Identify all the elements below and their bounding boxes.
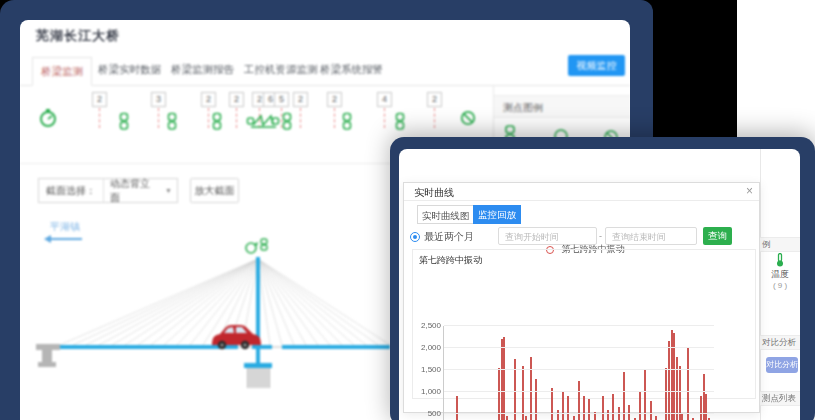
temperature-legend[interactable]: 温度 ( 9 ) xyxy=(761,253,799,290)
disabled-sensor-icon[interactable] xyxy=(460,110,476,130)
temperature-label: 温度 xyxy=(761,269,799,281)
chevron-down-icon: ▼ xyxy=(165,187,177,194)
sensor-count-badge: 5 xyxy=(274,92,289,107)
chain-sensor-icon[interactable] xyxy=(342,112,352,135)
tab-bridge-monitor[interactable]: 桥梁监测 xyxy=(32,57,92,86)
legend-panel-header: 测点图例 xyxy=(494,95,630,118)
dialog-title: 实时曲线 xyxy=(414,186,454,200)
sensor-dash-line xyxy=(300,108,301,128)
chain-sensor-icon[interactable] xyxy=(212,112,222,135)
gridline xyxy=(444,391,714,392)
y-tick-label: 1,500 xyxy=(415,365,441,375)
last-two-months-label: 最近两个月 xyxy=(424,230,474,244)
section-select-value: 动态背立面 xyxy=(104,177,165,205)
compare-analysis-button[interactable]: 对比分析 xyxy=(766,357,798,373)
tower-pier-cap xyxy=(244,363,272,368)
y-tick-label: 2,000 xyxy=(415,343,441,353)
tab-monitor-playback[interactable]: 监控回放 xyxy=(473,205,521,224)
y-tick-label: 500 xyxy=(415,409,441,419)
side-strip-pointlist: 测点列表 xyxy=(760,391,800,406)
page-title: 芜湖长江大桥 xyxy=(36,27,120,45)
side-strip-compare: 对比分析 xyxy=(760,335,800,350)
pile-group xyxy=(248,368,269,388)
sensor-count-badge: 4 xyxy=(377,92,392,107)
sensor-count-badge: 2 xyxy=(293,92,308,107)
sensor-count-badge: 2 xyxy=(427,92,442,107)
last-two-months-radio[interactable] xyxy=(410,232,420,242)
sensor-dash-line xyxy=(158,108,159,128)
chain-sensor-icon[interactable] xyxy=(119,112,129,135)
chart-axis-title: 第七跨跨中振动 xyxy=(419,254,482,267)
gridline xyxy=(444,325,714,326)
chart-bars xyxy=(445,326,713,420)
gridline xyxy=(444,369,714,370)
sensor-dash-line xyxy=(334,108,335,128)
section-select-label: 截面选择： xyxy=(39,179,104,202)
sensor-count-badge: 2 xyxy=(201,92,216,107)
vibration-chart: 第七跨跨中振动 2,5002,0001,5001,0005000 2018-09… xyxy=(412,249,756,399)
date-range-separator: - xyxy=(599,231,602,241)
chain-sensor-icon[interactable] xyxy=(282,112,292,135)
tab-realtime-curve[interactable]: 实时曲线图 xyxy=(417,205,474,224)
tab-system-alarm[interactable]: 桥梁系统报警 xyxy=(320,63,383,77)
bridge-diagram xyxy=(30,235,390,405)
side-strip-legend: 例 xyxy=(760,237,800,252)
dialog-window-frame: 例 温度 ( 9 ) 对比分析 对比分析 测点列表 实时曲线 × 实时曲线图 监… xyxy=(390,137,815,420)
close-icon[interactable]: × xyxy=(746,185,753,197)
tab-ipc-resource[interactable]: 工控机资源监测 xyxy=(244,63,318,77)
sensor-dash-line xyxy=(208,108,209,128)
zoom-section-button[interactable]: 放大截面 xyxy=(190,178,239,203)
realtime-curve-dialog: 实时曲线 × 实时曲线图 监控回放 最近两个月 查询开始时间 - 查询结束时间 … xyxy=(403,182,760,413)
tower-top-sensor-icons[interactable] xyxy=(246,239,267,253)
left-pier xyxy=(36,344,60,367)
dialog-window: 例 温度 ( 9 ) 对比分析 对比分析 测点列表 实时曲线 × 实时曲线图 监… xyxy=(399,149,800,420)
main-tabbar: 桥梁监测 桥梁实时数据 桥梁监测报告 工控机资源监测 桥梁系统报警 视频监控 xyxy=(20,55,630,86)
tab-realtime-data[interactable]: 桥梁实时数据 xyxy=(98,63,161,77)
sensor-count-badge: 2 xyxy=(229,92,244,107)
sensor-dash-line xyxy=(99,108,100,128)
y-tick-label: 2,500 xyxy=(415,321,441,331)
sensor-dash-line xyxy=(384,108,385,128)
section-select[interactable]: 截面选择： 动态背立面 ▼ xyxy=(38,178,178,203)
truss-sensor-icon[interactable] xyxy=(246,112,280,134)
temperature-count: ( 9 ) xyxy=(761,281,799,290)
gridline xyxy=(444,413,714,414)
y-axis-labels: 2,5002,0001,5001,0005000 xyxy=(415,321,441,420)
sensor-count-badge: 2 xyxy=(92,92,107,107)
sensor-dash-line xyxy=(236,108,237,128)
plot-area xyxy=(443,326,714,420)
chain-sensor-icon[interactable] xyxy=(395,112,405,135)
chain-sensor-icon[interactable] xyxy=(167,112,177,135)
gridline xyxy=(444,347,714,348)
tab-monitor-report[interactable]: 桥梁监测报告 xyxy=(171,63,234,77)
thermometer-icon xyxy=(775,253,785,267)
dialog-header: 实时曲线 × xyxy=(404,183,759,201)
bridge-side-label: 平湖镇 xyxy=(50,220,80,234)
sensor-dash-line xyxy=(434,108,435,128)
sensor-count-badge: 2 xyxy=(327,92,342,107)
y-tick-label: 1,000 xyxy=(415,387,441,397)
gauge-icon[interactable] xyxy=(39,108,57,132)
sensor-count-badge: 3 xyxy=(151,92,166,107)
video-monitor-button[interactable]: 视频监控 xyxy=(568,55,625,76)
